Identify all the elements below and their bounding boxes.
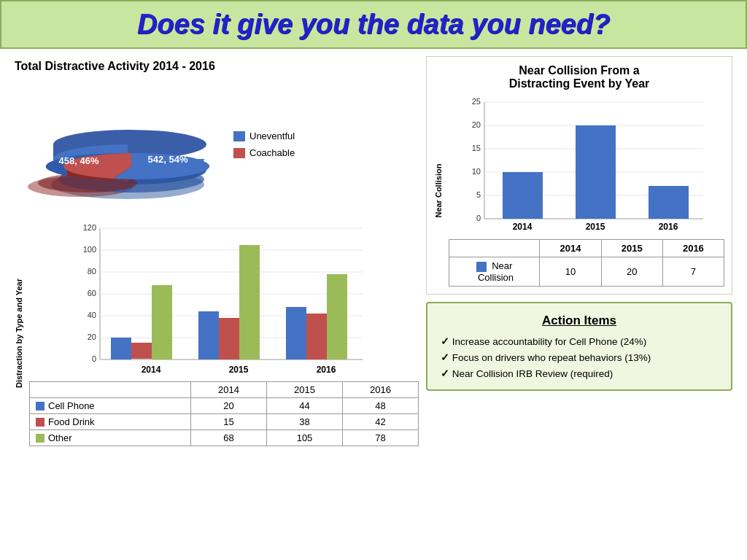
bar-chart-area: 0 20 40 60 80 xyxy=(29,221,419,446)
svg-rect-23 xyxy=(131,343,152,359)
cell-phone-2015: 44 xyxy=(267,398,343,414)
action-items-list: Increase accountability for Cell Phone (… xyxy=(441,335,718,379)
cell-phone-2014: 20 xyxy=(191,398,267,414)
svg-rect-24 xyxy=(152,285,172,359)
nc-val-2016: 7 xyxy=(662,257,724,287)
other-label-text: Other xyxy=(48,432,72,443)
svg-rect-28 xyxy=(286,307,306,359)
svg-text:120: 120 xyxy=(83,223,96,232)
food-drink-label-text: Food Drink xyxy=(48,416,95,427)
svg-text:10: 10 xyxy=(472,167,481,176)
pie-legend: Uneventful Coachable xyxy=(233,131,295,158)
main-content: Total Distractive Activity 2014 - 2016 xyxy=(0,49,747,559)
svg-rect-22 xyxy=(111,338,131,359)
other-2015: 105 xyxy=(267,430,343,446)
svg-text:458, 46%: 458, 46% xyxy=(59,155,99,166)
pie-container: 542, 54% 458, 46% Uneventful Coachable xyxy=(15,79,419,210)
header: Does it give you the data you need? xyxy=(0,0,747,49)
bar-table-header-2015: 2015 xyxy=(267,382,343,398)
svg-text:2015: 2015 xyxy=(586,222,605,232)
pie-chart: 542, 54% 458, 46% xyxy=(15,79,219,210)
svg-text:40: 40 xyxy=(88,311,96,319)
svg-text:25: 25 xyxy=(472,97,481,106)
svg-text:0: 0 xyxy=(476,214,481,222)
nc-val-2014: 10 xyxy=(540,257,601,287)
action-items-title: Action Items xyxy=(441,314,718,328)
right-panel: Near Collision From a Distracting Event … xyxy=(426,56,732,552)
svg-text:20: 20 xyxy=(472,120,481,129)
svg-text:5: 5 xyxy=(476,190,481,199)
pie-title: Total Distractive Activity 2014 - 2016 xyxy=(15,60,419,73)
food-drink-2014: 15 xyxy=(191,414,267,430)
nc-table-2014: 2014 xyxy=(540,240,601,257)
other-2016: 78 xyxy=(343,430,419,446)
svg-rect-48 xyxy=(503,172,543,219)
bar-table-header-label xyxy=(30,382,191,398)
cell-phone-label-cell: Cell Phone xyxy=(30,398,191,414)
food-drink-label-cell: Food Drink xyxy=(30,414,191,430)
other-color-icon xyxy=(36,434,44,443)
svg-rect-29 xyxy=(306,314,327,359)
svg-text:2014: 2014 xyxy=(513,222,533,232)
svg-rect-50 xyxy=(649,186,689,219)
nc-y-axis-label: Near Collision xyxy=(434,95,449,287)
svg-text:2016: 2016 xyxy=(317,365,336,375)
action-item-2: Focus on drivers who repeat behaviors (1… xyxy=(441,351,718,363)
nc-data-table: 2014 2015 2016 Near Collision 10 20 7 xyxy=(449,239,724,287)
food-drink-color-icon xyxy=(36,418,44,427)
page-title: Does it give you the data you need? xyxy=(16,9,731,40)
svg-text:2014: 2014 xyxy=(142,365,161,375)
legend-coachable: Coachable xyxy=(233,147,295,158)
svg-rect-26 xyxy=(219,318,239,359)
svg-text:20: 20 xyxy=(88,332,96,341)
svg-text:15: 15 xyxy=(472,144,481,152)
bar-chart-wrap: Distraction by Type and Year 0 xyxy=(15,221,419,446)
cell-phone-color-icon xyxy=(36,402,44,411)
action-items-box: Action Items Increase accountability for… xyxy=(426,302,732,391)
svg-text:2016: 2016 xyxy=(659,222,678,232)
near-collision-section: Near Collision From a Distracting Event … xyxy=(426,56,732,295)
food-drink-2015: 38 xyxy=(267,414,343,430)
bar-chart-svg: 0 20 40 60 80 xyxy=(29,221,419,381)
bar-y-axis-label: Distraction by Type and Year xyxy=(15,221,29,446)
cell-phone-row: Cell Phone 20 44 48 xyxy=(30,398,419,414)
pie-section: Total Distractive Activity 2014 - 2016 xyxy=(15,56,419,214)
action-item-3: Near Collision IRB Review (required) xyxy=(441,368,718,379)
cell-phone-2016: 48 xyxy=(343,398,419,414)
food-drink-2016: 42 xyxy=(343,414,419,430)
nc-table-2015: 2015 xyxy=(601,240,662,257)
svg-text:60: 60 xyxy=(88,289,96,298)
other-row: Other 68 105 78 xyxy=(30,430,419,446)
bar-table-header-2016: 2016 xyxy=(343,382,419,398)
uneventful-label: Uneventful xyxy=(249,131,295,141)
bar-data-table: 2014 2015 2016 Cell Phone 20 xyxy=(29,381,419,446)
nc-series-label: Near Collision xyxy=(449,257,540,287)
coachable-color-icon xyxy=(233,148,245,158)
nc-table-2016: 2016 xyxy=(662,240,724,257)
svg-rect-30 xyxy=(327,274,347,359)
bar-table-header-2014: 2014 xyxy=(191,382,267,398)
nc-chart-area: 0 5 10 15 20 xyxy=(449,95,724,287)
left-panel: Total Distractive Activity 2014 - 2016 xyxy=(15,56,419,552)
near-collision-title: Near Collision From a Distracting Event … xyxy=(434,64,724,90)
nc-data-row: Near Collision 10 20 7 xyxy=(449,257,724,287)
near-collision-svg: 0 5 10 15 20 xyxy=(449,95,724,233)
svg-text:80: 80 xyxy=(88,267,96,276)
nc-color-icon xyxy=(476,262,487,272)
nc-chart-wrap: Near Collision 0 5 xyxy=(434,95,724,287)
action-item-1: Increase accountability for Cell Phone (… xyxy=(441,335,718,347)
nc-table-label-header xyxy=(449,240,540,257)
svg-text:542, 54%: 542, 54% xyxy=(148,154,188,165)
svg-text:100: 100 xyxy=(83,245,96,254)
cell-phone-label-text: Cell Phone xyxy=(48,400,95,411)
coachable-label: Coachable xyxy=(249,147,295,158)
uneventful-color-icon xyxy=(233,131,245,141)
bar-chart-section: Distraction by Type and Year 0 xyxy=(15,221,419,446)
other-2014: 68 xyxy=(191,430,267,446)
svg-rect-25 xyxy=(198,311,219,359)
svg-text:2015: 2015 xyxy=(229,365,249,375)
other-label-cell: Other xyxy=(30,430,191,446)
legend-uneventful: Uneventful xyxy=(233,131,295,141)
svg-text:0: 0 xyxy=(92,354,96,363)
svg-rect-49 xyxy=(576,125,616,219)
